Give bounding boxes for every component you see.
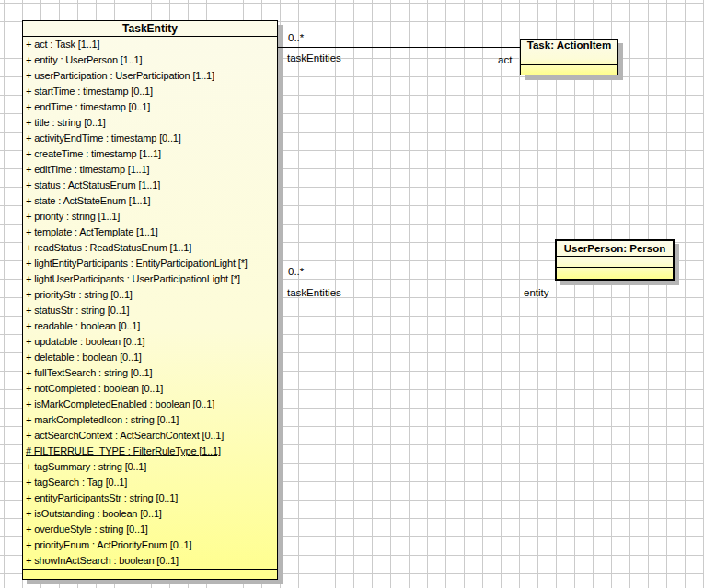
- attribute-row: + endTime : timestamp [0..1]: [23, 99, 277, 115]
- association-entity-line[interactable]: [278, 282, 556, 282]
- attribute-row: + priorityEnum : ActPriorityEnum [0..1]: [23, 537, 277, 553]
- class-userperson-person[interactable]: UserPerson: Person: [555, 239, 675, 281]
- attribute-row: + entityParticipantsStr : string [0..1]: [23, 490, 277, 506]
- class-task-actionitem-attributes-compartment: [521, 52, 617, 65]
- attribute-row: + lightUserParticipants : UserParticipat…: [23, 271, 277, 287]
- association-task-multiplicity: 0..*: [288, 32, 304, 44]
- class-userperson-person-attributes-compartment: [557, 257, 673, 268]
- attribute-row: + title : string [0..1]: [23, 115, 277, 131]
- attribute-row: + actSearchContext : ActSearchContext [0…: [23, 428, 277, 444]
- association-task-role-taskentities: taskEntities: [287, 52, 341, 64]
- association-task-line[interactable]: [278, 47, 520, 48]
- class-taskentity-operations-compartment: [23, 569, 277, 579]
- association-entity-role-taskentities: taskEntities: [287, 287, 341, 299]
- attribute-row: + readable : boolean [0..1]: [23, 318, 277, 334]
- attribute-row: + tagSummary : string [0..1]: [23, 459, 277, 475]
- attribute-row: + priorityStr : string [0..1]: [23, 287, 277, 303]
- diagram-canvas[interactable]: TaskEntity + act : Task [1..1]+ entity :…: [0, 0, 704, 588]
- class-userperson-person-title: UserPerson: Person: [557, 241, 673, 257]
- class-task-actionitem[interactable]: Task: ActionItem: [520, 39, 618, 75]
- class-task-actionitem-title: Task: ActionItem: [521, 40, 617, 52]
- class-taskentity-attributes-compartment: + act : Task [1..1]+ entity : UserPerson…: [23, 37, 277, 569]
- attribute-row: + readStatus : ReadStatusEnum [1..1]: [23, 240, 277, 256]
- attribute-row: + activityEndTime : timestamp [0..1]: [23, 131, 277, 146]
- attribute-row: + isMarkCompletedEnabled : boolean [0..1…: [23, 397, 277, 412]
- class-userperson-person-operations-compartment: [557, 268, 673, 279]
- attribute-row: + act : Task [1..1]: [23, 37, 277, 52]
- association-entity-role-entity: entity: [524, 287, 549, 299]
- attribute-row: + entity : UserPerson [1..1]: [23, 52, 277, 68]
- attribute-row: + createTime : timestamp [1..1]: [23, 146, 277, 162]
- attribute-row: + userParticipation : UserParticipation …: [23, 68, 277, 84]
- class-taskentity-title: TaskEntity: [23, 21, 277, 37]
- attribute-row: + template : ActTemplate [1..1]: [23, 225, 277, 240]
- attribute-row: + tagSearch : Tag [0..1]: [23, 475, 277, 490]
- class-taskentity[interactable]: TaskEntity + act : Task [1..1]+ entity :…: [22, 20, 278, 580]
- attribute-row: # FILTERRULE_TYPE : FilterRuleType [1..1…: [23, 444, 277, 459]
- association-entity-multiplicity: 0..*: [288, 266, 304, 278]
- attribute-row: + editTime : timestamp [1..1]: [23, 162, 277, 178]
- attribute-row: + notCompleted : boolean [0..1]: [23, 381, 277, 397]
- attribute-row: + markCompletedIcon : string [0..1]: [23, 412, 277, 428]
- attribute-row: + overdueStyle : string [0..1]: [23, 522, 277, 537]
- attribute-row: + statusStr : string [0..1]: [23, 303, 277, 318]
- attribute-row: + isOutstanding : boolean [0..1]: [23, 506, 277, 522]
- attribute-row: + startTime : timestamp [0..1]: [23, 84, 277, 99]
- attribute-row: + lightEntityParticipants : EntityPartic…: [23, 256, 277, 271]
- class-task-actionitem-operations-compartment: [521, 65, 617, 75]
- attribute-row: + updatable : boolean [0..1]: [23, 334, 277, 350]
- attribute-row: + showInActSearch : boolean [0..1]: [23, 553, 277, 569]
- association-task-role-act: act: [498, 54, 512, 66]
- attribute-row: + state : ActStateEnum [1..1]: [23, 193, 277, 209]
- attribute-row: + fullTextSearch : string [0..1]: [23, 365, 277, 381]
- attribute-row: + status : ActStatusEnum [1..1]: [23, 178, 277, 193]
- attribute-row: + deletable : boolean [0..1]: [23, 350, 277, 365]
- attribute-row: + priority : string [1..1]: [23, 209, 277, 225]
